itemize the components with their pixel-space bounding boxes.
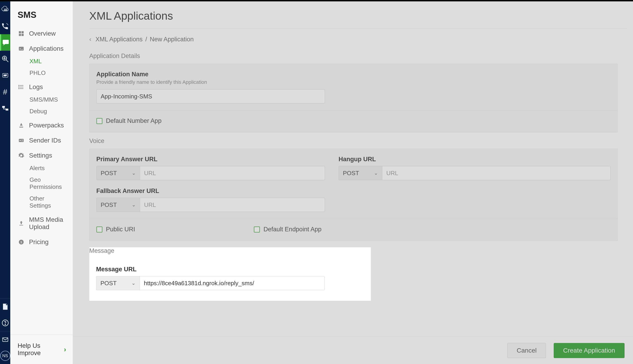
rail-sip[interactable]: SIP — [0, 67, 10, 84]
section-sidebar: SMS Overview Applications XML — [10, 1, 73, 364]
sidebar-sub-debug[interactable]: Debug — [10, 106, 70, 117]
rail-inbox[interactable] — [0, 331, 10, 348]
sidebar-sub-smsmms[interactable]: SMS/MMS — [10, 94, 70, 106]
cancel-button[interactable]: Cancel — [507, 343, 546, 358]
chevron-down-icon: ⌄ — [374, 170, 378, 176]
check-default-endpoint[interactable]: Default Endpoint App — [254, 226, 322, 233]
svg-point-1 — [5, 9, 6, 10]
breadcrumb-current: New Application — [150, 36, 194, 43]
label-hangup: Hangup URL — [339, 156, 610, 163]
rail-voice[interactable] — [0, 18, 10, 34]
sidebar-item-label: Powerpacks — [29, 122, 64, 129]
svg-rect-20 — [19, 34, 21, 36]
input-primary-url[interactable] — [140, 166, 325, 180]
checkbox-icon[interactable] — [97, 118, 102, 124]
overview-icon — [18, 30, 25, 37]
check-public-uri[interactable]: Public URI — [97, 226, 135, 233]
breadcrumb-sep: / — [145, 36, 147, 43]
chevron-down-icon: ⌄ — [131, 280, 136, 286]
combo-primary-answer: POST ⌄ — [97, 166, 325, 180]
method-value: POST — [343, 170, 359, 177]
svg-rect-13 — [2, 106, 5, 108]
sidebar-item-label: Sender IDs — [29, 137, 61, 144]
create-application-button[interactable]: Create Application — [554, 343, 624, 358]
svg-rect-19 — [22, 31, 24, 33]
account-avatar: NS — [0, 351, 10, 361]
svg-line-8 — [6, 60, 8, 62]
svg-rect-17 — [3, 338, 8, 342]
chevron-left-icon[interactable]: ‹ — [89, 36, 93, 43]
sidebar-item-overview[interactable]: Overview — [10, 27, 70, 40]
rail-lookup[interactable] — [0, 51, 10, 67]
logs-icon — [18, 83, 25, 91]
sidebar-sub-phlo[interactable]: PHLO — [10, 67, 70, 79]
method-value: POST — [101, 170, 117, 177]
sidebar-footer[interactable]: Help Us Improve › — [10, 334, 73, 364]
sidebar-item-mmsupload[interactable]: MMS Media Upload — [10, 213, 70, 234]
sidebar-sub-xml[interactable]: XML — [10, 56, 70, 67]
svg-point-30 — [20, 140, 21, 141]
gear-icon — [18, 152, 25, 159]
sidebar-item-pricing[interactable]: $ Pricing — [10, 235, 70, 249]
check-label: Default Number App — [106, 118, 162, 124]
footer-bar: Cancel Create Application — [73, 336, 633, 364]
sidebar-item-settings[interactable]: Settings — [10, 149, 70, 162]
input-fallback-url[interactable] — [140, 198, 325, 212]
check-default-number[interactable]: Default Number App — [97, 118, 610, 124]
rail-numbers[interactable]: # — [0, 84, 10, 100]
svg-rect-29 — [19, 139, 24, 142]
svg-point-26 — [19, 85, 19, 86]
sidebar-item-senderids[interactable]: Sender IDs — [10, 134, 70, 147]
rail-docs[interactable] — [0, 298, 10, 315]
input-app-name[interactable] — [97, 89, 325, 104]
combo-message: POST ⌄ — [96, 276, 325, 290]
check-label: Default Endpoint App — [264, 226, 322, 233]
check-label: Public URI — [106, 226, 135, 233]
sidebar-item-logs[interactable]: Logs — [10, 80, 70, 94]
rail-logo[interactable] — [0, 1, 10, 18]
nav-rail: SIP # NS — [0, 1, 10, 364]
input-message-url[interactable] — [140, 276, 325, 290]
sidebar-item-powerpacks[interactable]: Powerpacks — [10, 118, 70, 132]
checkbox-icon[interactable] — [97, 226, 102, 232]
sidebar-title: SMS — [10, 1, 73, 27]
svg-text:$: $ — [20, 240, 22, 244]
label-primary-answer: Primary Answer URL — [97, 156, 325, 163]
sidebar-item-label: Applications — [29, 45, 64, 52]
sidebar-item-label: MMS Media Upload — [29, 216, 64, 231]
svg-rect-18 — [19, 31, 21, 33]
rail-help[interactable] — [0, 315, 10, 331]
sidebar-sub-alerts[interactable]: Alerts — [10, 162, 70, 174]
method-select-fallback[interactable]: POST ⌄ — [97, 198, 140, 212]
sidebar-sub-other[interactable]: Other Settings — [10, 193, 70, 212]
checkbox-icon[interactable] — [254, 226, 260, 232]
svg-text:SIP: SIP — [4, 74, 7, 76]
sidebar-item-applications[interactable]: Applications — [10, 42, 70, 56]
applications-icon — [18, 45, 25, 52]
input-hangup-url[interactable] — [382, 166, 610, 180]
svg-rect-22 — [19, 47, 24, 50]
svg-point-3 — [4, 10, 5, 11]
hash-icon: # — [1, 87, 10, 96]
combo-fallback: POST ⌄ — [97, 198, 325, 212]
sidebar-sub-geo[interactable]: Geo Permissions — [10, 174, 70, 193]
svg-point-2 — [7, 9, 7, 10]
rail-account-badge[interactable]: NS — [0, 348, 10, 364]
section-label-message: Message — [89, 247, 371, 254]
section-label-details: Application Details — [89, 52, 618, 60]
label-app-name: Application Name — [97, 71, 610, 78]
svg-rect-6 — [3, 40, 9, 44]
page-title: XML Applications — [89, 10, 627, 29]
svg-point-16 — [5, 324, 6, 325]
rail-sms[interactable] — [0, 34, 10, 51]
method-select-primary[interactable]: POST ⌄ — [97, 166, 140, 180]
label-fallback: Fallback Answer URL — [97, 188, 610, 194]
chevron-right-icon: › — [64, 346, 66, 353]
rail-trunk[interactable] — [0, 100, 10, 116]
method-value: POST — [101, 280, 117, 287]
svg-point-28 — [19, 88, 19, 89]
sidebar-item-label: Overview — [29, 30, 56, 37]
method-select-message[interactable]: POST ⌄ — [96, 276, 140, 290]
breadcrumb-parent[interactable]: XML Applications — [96, 36, 143, 43]
method-select-hangup[interactable]: POST ⌄ — [339, 166, 382, 180]
